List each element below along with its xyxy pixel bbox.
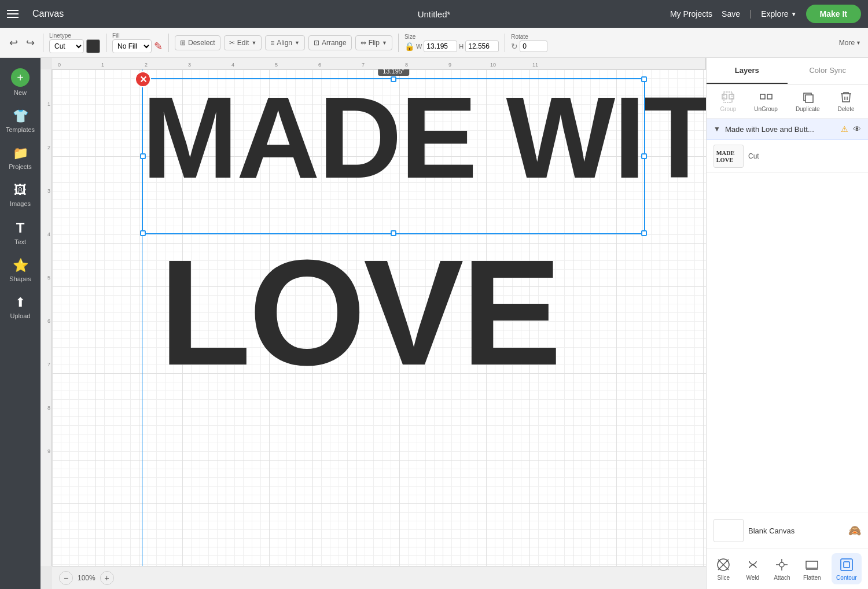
edit-icon: ✂ (229, 39, 235, 47)
align-label: Align (277, 39, 292, 47)
height-input[interactable] (465, 41, 499, 52)
weld-tool[interactable]: Weld (742, 554, 763, 583)
flatten-tool[interactable]: Flatten (801, 554, 823, 583)
chevron-down-icon-edit: ▼ (251, 40, 256, 46)
sidebar-item-projects[interactable]: 📁 Projects (2, 140, 39, 176)
contour-tool[interactable]: Contour (832, 553, 862, 584)
attach-tool[interactable]: Attach (771, 554, 792, 583)
sidebar-item-templates[interactable]: 👕 Templates (2, 103, 39, 139)
sidebar-new-label: New (14, 89, 27, 96)
flip-icon: ⇔ (361, 39, 366, 47)
redo-button[interactable]: ↪ (24, 34, 37, 51)
visibility-icon[interactable]: 👁 (853, 124, 861, 134)
layer-thumbnail: MADE LOVE (713, 145, 744, 168)
explore-dropdown[interactable]: Explore ▼ (761, 9, 796, 19)
layer-item[interactable]: MADE LOVE Cut (707, 140, 868, 173)
design-text-line1[interactable]: MADE WIT (142, 80, 706, 196)
rotate-input[interactable] (520, 41, 547, 52)
ruler-top: 0 1 2 3 4 5 6 7 8 9 10 11 (52, 58, 706, 69)
svg-rect-2 (724, 92, 732, 102)
svg-rect-4 (767, 94, 772, 99)
flatten-icon (804, 557, 820, 573)
width-input[interactable] (424, 41, 457, 52)
app-title: Canvas (32, 9, 64, 19)
templates-icon: 👕 (13, 109, 28, 124)
save-button[interactable]: Save (722, 9, 740, 19)
layer-group-header[interactable]: ▼ Made with Love and Butt... ⚠ 👁 (707, 119, 868, 140)
make-it-button[interactable]: Make It (806, 5, 861, 23)
group-action[interactable]: Group (720, 90, 737, 112)
undo-button[interactable]: ↩ (7, 34, 20, 51)
size-label: Size (404, 34, 499, 40)
toolbar-divider-2 (106, 34, 106, 52)
flip-button[interactable]: ⇔ Flip ▼ (355, 35, 392, 50)
align-button[interactable]: ≡ Align ▼ (265, 35, 305, 50)
sidebar-item-new[interactable]: + New (2, 62, 39, 102)
svg-rect-0 (722, 94, 727, 99)
fill-select[interactable]: No Fill (112, 39, 152, 53)
lock-icon: 🔒 (404, 42, 414, 51)
toolbar-divider-1 (43, 34, 43, 52)
zoom-out-button[interactable]: − (59, 571, 73, 585)
toolbar-divider-3 (168, 34, 169, 52)
sidebar-item-upload[interactable]: ⬆ Upload (2, 289, 39, 325)
trash-icon (839, 90, 853, 104)
layer-actions-bar: Group UnGroup Duplicate Delete (707, 84, 868, 119)
more-label: More (839, 39, 855, 47)
sidebar-item-shapes[interactable]: ⭐ Shapes (2, 252, 39, 288)
svg-rect-19 (806, 561, 818, 568)
svg-rect-22 (844, 562, 849, 568)
zoom-in-button[interactable]: + (100, 571, 114, 585)
flip-label: Flip (369, 39, 380, 47)
design-text-line2[interactable]: LOVE (159, 237, 560, 388)
deselect-icon: ⊞ (180, 39, 186, 47)
svg-text:MADE: MADE (716, 150, 735, 156)
shapes-icon: ⭐ (13, 258, 28, 273)
slice-tool[interactable]: Slice (713, 554, 734, 583)
sidebar-item-images[interactable]: 🖼 Images (2, 177, 39, 213)
canvas-grid[interactable]: ✕ 13.195" MADE WIT LOVE (52, 69, 706, 566)
ungroup-action[interactable]: UnGroup (754, 90, 778, 112)
ruler-left: 1 2 3 4 5 6 7 8 9 (41, 69, 52, 566)
chevron-down-icon: ▼ (791, 11, 797, 17)
sidebar-templates-label: Templates (6, 126, 35, 133)
contour-icon (838, 557, 855, 573)
fill-label: Fill (112, 32, 163, 39)
edit-button[interactable]: ✂ Edit ▼ (224, 35, 262, 50)
canvas-bottom-bar: − 100% + (52, 566, 706, 589)
zoom-level: 100% (78, 574, 95, 582)
upload-icon: ⬆ (15, 295, 25, 310)
canvas-area[interactable]: 0 1 2 3 4 5 6 7 8 9 10 11 1 2 3 4 5 (41, 58, 706, 589)
collapse-arrow-icon: ▼ (713, 125, 720, 133)
arrange-button[interactable]: ⊡ Arrange (308, 35, 352, 50)
sidebar-shapes-label: Shapes (9, 275, 31, 282)
attach-icon (774, 557, 790, 573)
project-title: Untitled* (418, 9, 451, 19)
layer-item-label: Cut (748, 152, 759, 160)
bottom-tools: Slice Weld Attach Flatten Contour (707, 548, 868, 589)
sidebar-item-text[interactable]: T Text (2, 214, 39, 251)
svg-rect-6 (806, 95, 813, 102)
rotate-icon: ↻ (511, 42, 518, 51)
linetype-select[interactable]: Cut (49, 39, 84, 53)
height-label: H (459, 43, 464, 50)
linetype-color-swatch[interactable] (86, 39, 100, 53)
slice-icon (715, 557, 731, 573)
images-icon: 🖼 (14, 183, 27, 198)
tab-color-sync[interactable]: Color Sync (788, 58, 869, 84)
blank-canvas-label: Blank Canvas (748, 527, 844, 535)
main-layout: + New 👕 Templates 📁 Projects 🖼 Images T … (0, 58, 868, 589)
deselect-label: Deselect (188, 39, 215, 47)
delete-selection-button[interactable]: ✕ (135, 71, 151, 87)
delete-action[interactable]: Delete (838, 90, 855, 112)
menu-icon[interactable] (7, 10, 19, 18)
blank-canvas-bar: Blank Canvas 🙈 (707, 513, 868, 548)
warning-icon: ⚠ (841, 124, 848, 134)
my-projects-link[interactable]: My Projects (670, 9, 712, 19)
more-button[interactable]: More ▼ (839, 39, 861, 47)
tab-layers[interactable]: Layers (707, 58, 788, 84)
svg-text:LOVE: LOVE (716, 157, 734, 163)
eye-slash-icon[interactable]: 🙈 (848, 524, 861, 537)
deselect-button[interactable]: ⊞ Deselect (175, 35, 220, 50)
duplicate-action[interactable]: Duplicate (796, 90, 820, 112)
